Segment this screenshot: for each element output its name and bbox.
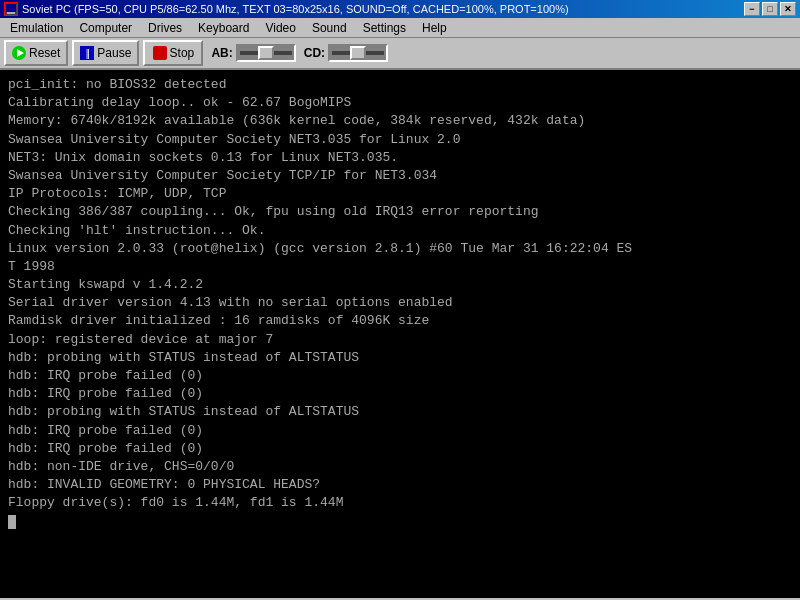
terminal-line: pci_init: no BIOS32 detected <box>8 76 792 94</box>
ab-label: AB: <box>211 46 232 60</box>
ab-track <box>240 51 292 55</box>
menu-item-computer[interactable]: Computer <box>71 19 140 37</box>
ab-thumb <box>258 46 274 60</box>
terminal-line: Swansea University Computer Society TCP/… <box>8 167 792 185</box>
terminal-line: hdb: IRQ probe failed (0) <box>8 440 792 458</box>
minimize-button[interactable]: − <box>744 2 760 16</box>
terminal-line: NET3: Unix domain sockets 0.13 for Linux… <box>8 149 792 167</box>
terminal-line: Calibrating delay loop.. ok - 62.67 Bogo… <box>8 94 792 112</box>
stop-label: Stop <box>170 46 195 60</box>
pause-icon: || <box>80 46 94 60</box>
terminal-line: hdb: probing with STATUS instead of ALTS… <box>8 403 792 421</box>
terminal-line: Memory: 6740k/8192k available (636k kern… <box>8 112 792 130</box>
terminal-line: Ramdisk driver initialized : 16 ramdisks… <box>8 312 792 330</box>
terminal-line: hdb: INVALID GEOMETRY: 0 PHYSICAL HEADS? <box>8 476 792 494</box>
terminal-line: Checking 'hlt' instruction... Ok. <box>8 222 792 240</box>
svg-rect-2 <box>7 12 15 14</box>
title-bar-buttons: − □ ✕ <box>744 2 796 16</box>
terminal-line: T 1998 <box>8 258 792 276</box>
close-button[interactable]: ✕ <box>780 2 796 16</box>
terminal-line: hdb: probing with STATUS instead of ALTS… <box>8 349 792 367</box>
ab-slider[interactable] <box>236 44 296 62</box>
title-bar: Soviet PC (FPS=50, CPU P5/86=62.50 Mhz, … <box>0 0 800 18</box>
cd-label: CD: <box>304 46 325 60</box>
terminal-line: Starting kswapd v 1.4.2.2 <box>8 276 792 294</box>
terminal-line: hdb: IRQ probe failed (0) <box>8 385 792 403</box>
reset-button[interactable]: Reset <box>4 40 68 66</box>
menu-bar: EmulationComputerDrivesKeyboardVideoSoun… <box>0 18 800 38</box>
cd-thumb <box>350 46 366 60</box>
terminal-line: Checking 386/387 coupling... Ok, fpu usi… <box>8 203 792 221</box>
toolbar: Reset || Pause Stop AB: CD: <box>0 38 800 70</box>
stop-button[interactable]: Stop <box>143 40 203 66</box>
menu-item-video[interactable]: Video <box>257 19 303 37</box>
terminal-line: loop: registered device at major 7 <box>8 331 792 349</box>
maximize-button[interactable]: □ <box>762 2 778 16</box>
menu-item-help[interactable]: Help <box>414 19 455 37</box>
cd-track <box>332 51 384 55</box>
terminal-line: Serial driver version 4.13 with no seria… <box>8 294 792 312</box>
terminal-line: hdb: non-IDE drive, CHS=0/0/0 <box>8 458 792 476</box>
cd-slider[interactable] <box>328 44 388 62</box>
terminal-line: Linux version 2.0.33 (root@helix) (gcc v… <box>8 240 792 258</box>
stop-icon <box>153 46 167 60</box>
app-icon <box>4 2 18 16</box>
cd-drive-group: CD: <box>304 44 388 62</box>
reset-label: Reset <box>29 46 60 60</box>
menu-item-settings[interactable]: Settings <box>355 19 414 37</box>
reset-icon <box>12 46 26 60</box>
terminal-line: hdb: IRQ probe failed (0) <box>8 367 792 385</box>
ab-drive-group: AB: <box>211 44 295 62</box>
terminal-cursor-line <box>8 513 792 531</box>
window-title: Soviet PC (FPS=50, CPU P5/86=62.50 Mhz, … <box>22 3 569 15</box>
terminal-line: IP Protocols: ICMP, UDP, TCP <box>8 185 792 203</box>
terminal-line: Swansea University Computer Society NET3… <box>8 131 792 149</box>
svg-rect-1 <box>6 4 16 12</box>
title-bar-left: Soviet PC (FPS=50, CPU P5/86=62.50 Mhz, … <box>4 2 569 16</box>
pause-button[interactable]: || Pause <box>72 40 139 66</box>
menu-item-emulation[interactable]: Emulation <box>2 19 71 37</box>
menu-item-keyboard[interactable]: Keyboard <box>190 19 257 37</box>
terminal-line: Floppy drive(s): fd0 is 1.44M, fd1 is 1.… <box>8 494 792 512</box>
menu-item-drives[interactable]: Drives <box>140 19 190 37</box>
menu-item-sound[interactable]: Sound <box>304 19 355 37</box>
terminal-output: pci_init: no BIOS32 detectedCalibrating … <box>0 70 800 598</box>
pause-label: Pause <box>97 46 131 60</box>
terminal-line: hdb: IRQ probe failed (0) <box>8 422 792 440</box>
